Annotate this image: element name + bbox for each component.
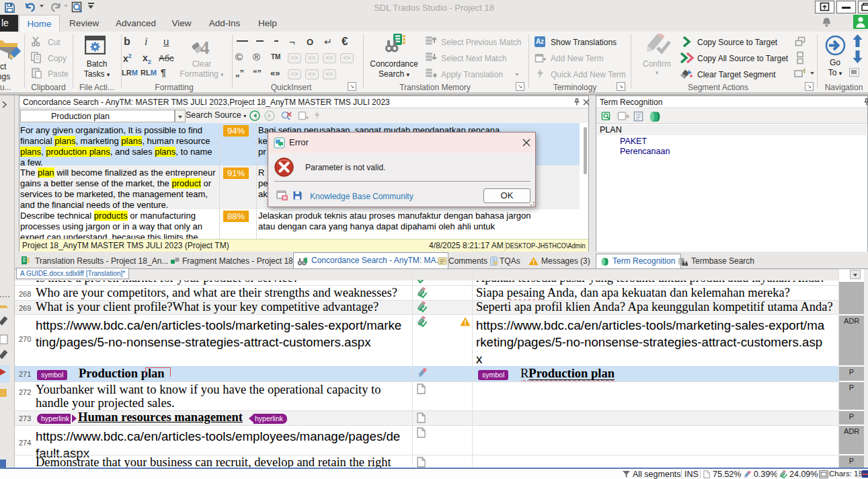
svg-text:4: 4 bbox=[200, 38, 210, 57]
